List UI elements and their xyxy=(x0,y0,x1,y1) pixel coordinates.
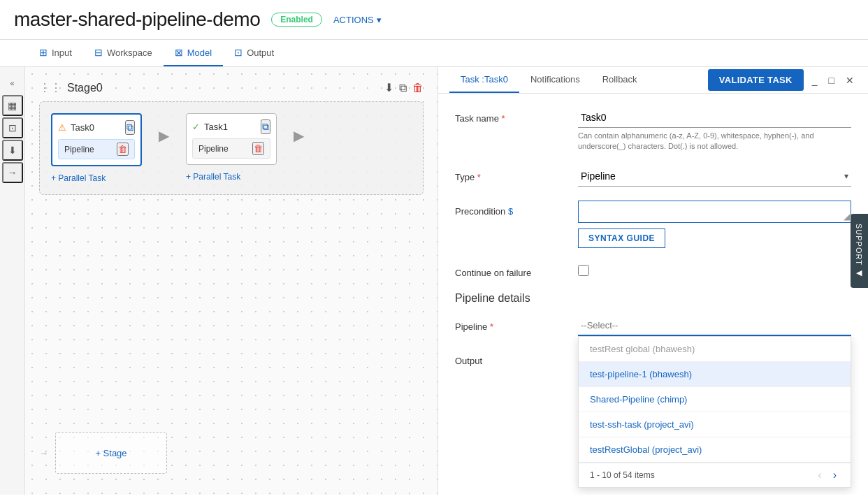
add-stage-button[interactable]: + Stage xyxy=(55,432,167,474)
pagination-next-button[interactable]: › xyxy=(830,469,839,481)
task1-type: Pipeline xyxy=(198,144,229,154)
continue-failure-row: Continue on failure xyxy=(455,262,851,278)
pipeline-field: testRest global (bhawesh) test-pipeline-… xyxy=(578,316,851,336)
panel-window-controls: VALIDATE TASK _ □ ✕ xyxy=(708,69,857,91)
right-panel-content: Task name * Can contain alphanumeric (a-… xyxy=(438,94,868,495)
stage-body: ⚠ Task0 ⧉ Pipeline 🗑 + Parallel Task xyxy=(39,101,424,195)
tab-workspace-label: Workspace xyxy=(107,48,152,58)
pagination-prev-button[interactable]: ‹ xyxy=(815,469,824,481)
warning-icon: ⚠ xyxy=(58,122,66,133)
stage-arrow-icon: → xyxy=(39,448,48,458)
success-icon: ✓ xyxy=(192,122,200,132)
task-name-label: Task name * xyxy=(455,108,567,124)
type-select[interactable]: Pipeline xyxy=(578,166,851,187)
pagination-arrows: ‹ › xyxy=(815,469,839,481)
dropdown-item-1[interactable]: test-pipeline-1 (bhawesh) xyxy=(579,362,851,387)
task0-card[interactable]: ⚠ Task0 ⧉ Pipeline 🗑 xyxy=(51,113,142,166)
task0-header: ⚠ Task0 ⧉ xyxy=(58,120,135,135)
grid-icon[interactable]: ▦ xyxy=(2,95,23,116)
task1-body: Pipeline 🗑 xyxy=(192,138,270,159)
precondition-field: ◢ SYNTAX GUIDE xyxy=(578,201,851,248)
dropdown-item-3[interactable]: test-ssh-task (project_avi) xyxy=(579,412,851,437)
support-tab[interactable]: SUPPORT ◀ xyxy=(851,213,868,287)
output-label: Output xyxy=(455,350,567,366)
type-select-wrapper: Pipeline ▾ xyxy=(578,166,851,187)
stage-name: Stage0 xyxy=(67,82,103,94)
connector-arrow: ▶ xyxy=(159,127,169,144)
connector-arrow2: ▶ xyxy=(294,127,304,144)
collapse-button[interactable]: « xyxy=(2,73,23,94)
pipeline-details-title: Pipeline details xyxy=(455,292,851,305)
dropdown-item-2[interactable]: Shared-Pipeline (chimp) xyxy=(579,387,851,412)
minimize-button[interactable]: _ xyxy=(809,72,820,89)
support-arrow-icon: ◀ xyxy=(855,268,863,278)
tab-input-label: Input xyxy=(52,48,72,58)
nav-tabs: ⊞ Input ⊟ Workspace ⊠ Model ⊡ Output xyxy=(0,40,868,67)
task1-name: Task1 xyxy=(204,122,228,132)
task1-card[interactable]: ✓ Task1 ⧉ Pipeline 🗑 xyxy=(186,113,277,165)
enabled-badge: Enabled xyxy=(271,13,322,27)
pagination-text: 1 - 10 of 54 items xyxy=(590,470,655,480)
stage-header: ⋮⋮ Stage0 ⬇ ⧉ 🗑 xyxy=(39,81,424,94)
precondition-input[interactable] xyxy=(578,201,851,223)
tab-output-label: Output xyxy=(247,48,274,58)
pipeline-dropdown: testRest global (bhawesh) test-pipeline-… xyxy=(578,336,851,488)
arrow-right-icon[interactable]: → xyxy=(2,162,23,183)
syntax-guide-button[interactable]: SYNTAX GUIDE xyxy=(578,228,665,248)
task1-copy-button[interactable]: ⧉ xyxy=(261,119,270,134)
precondition-wrapper: ◢ xyxy=(578,201,851,223)
tab-model-label: Model xyxy=(187,48,212,58)
pipeline-label: Pipeline * xyxy=(455,316,567,332)
continue-failure-checkbox[interactable] xyxy=(578,265,589,276)
precondition-row: Precondition $ ◢ SYNTAX GUIDE xyxy=(455,201,851,248)
task-name-field: Can contain alphanumeric (a-z, A-Z, 0-9)… xyxy=(578,108,851,152)
parallel-task0-button[interactable]: + Parallel Task xyxy=(51,173,142,183)
download-icon[interactable]: ⬇ xyxy=(2,140,23,161)
output-icon: ⊡ xyxy=(234,47,243,58)
type-label: Type * xyxy=(455,166,567,182)
stage-copy-button[interactable]: ⧉ xyxy=(399,81,407,94)
rpanel-tab-notifications[interactable]: Notifications xyxy=(519,67,591,93)
dropdown-item-0[interactable]: testRest global (bhawesh) xyxy=(579,337,851,362)
type-field: Pipeline ▾ xyxy=(578,166,851,187)
workspace-icon: ⊟ xyxy=(94,47,103,58)
tab-output[interactable]: ⊡ Output xyxy=(223,40,285,66)
stage-download-button[interactable]: ⬇ xyxy=(384,81,393,94)
person-icon[interactable]: ⊡ xyxy=(2,117,23,138)
parallel-task1-button[interactable]: + Parallel Task xyxy=(186,172,277,182)
task-name-input[interactable] xyxy=(578,108,851,128)
continue-failure-label: Continue on failure xyxy=(455,262,567,278)
stage-delete-button[interactable]: 🗑 xyxy=(412,81,424,94)
dollar-icon: $ xyxy=(508,206,513,217)
task0-copy-button[interactable]: ⧉ xyxy=(125,120,135,135)
type-row: Type * Pipeline ▾ xyxy=(455,166,851,187)
precondition-label: Precondition $ xyxy=(455,201,567,217)
dropdown-item-4[interactable]: testRestGlobal (project_avi) xyxy=(579,437,851,463)
task-name-hint: Can contain alphanumeric (a-z, A-Z, 0-9)… xyxy=(578,131,851,152)
task1-header: ✓ Task1 ⧉ xyxy=(192,119,270,134)
tab-model[interactable]: ⊠ Model xyxy=(164,40,223,66)
add-stage-row: → + Stage xyxy=(39,432,167,474)
pagination-bar: 1 - 10 of 54 items ‹ › xyxy=(579,463,851,487)
model-icon: ⊠ xyxy=(175,47,183,58)
stage-actions: ⬇ ⧉ 🗑 xyxy=(384,81,424,94)
close-button[interactable]: ✕ xyxy=(843,72,857,89)
tab-input[interactable]: ⊞ Input xyxy=(28,40,83,66)
task0-delete-button[interactable]: 🗑 xyxy=(117,143,129,156)
restore-button[interactable]: □ xyxy=(826,72,837,89)
pipeline-row: Pipeline * testRest global (bhawesh) tes… xyxy=(455,316,851,336)
task0-group: ⚠ Task0 ⧉ Pipeline 🗑 + Parallel Task xyxy=(51,113,142,183)
sidebar-icons: « ▦ ⊡ ⬇ → xyxy=(0,67,25,495)
task0-type: Pipeline xyxy=(64,145,94,154)
task1-delete-button[interactable]: 🗑 xyxy=(252,142,264,155)
task-name-row: Task name * Can contain alphanumeric (a-… xyxy=(455,108,851,152)
tab-workspace[interactable]: ⊟ Workspace xyxy=(83,40,164,66)
pipeline-select-input[interactable] xyxy=(578,316,851,336)
actions-button[interactable]: ACTIONS ▾ xyxy=(333,15,382,25)
rpanel-tab-rollback[interactable]: Rollback xyxy=(591,67,649,93)
main-content: « ▦ ⊡ ⬇ → ⋮⋮ Stage0 ⬇ ⧉ 🗑 xyxy=(0,67,868,495)
drag-handle-icon[interactable]: ⋮⋮ xyxy=(39,81,62,94)
validate-task-button[interactable]: VALIDATE TASK xyxy=(708,69,804,91)
rpanel-tab-task[interactable]: Task :Task0 xyxy=(449,67,519,93)
required-indicator: * xyxy=(502,113,505,124)
